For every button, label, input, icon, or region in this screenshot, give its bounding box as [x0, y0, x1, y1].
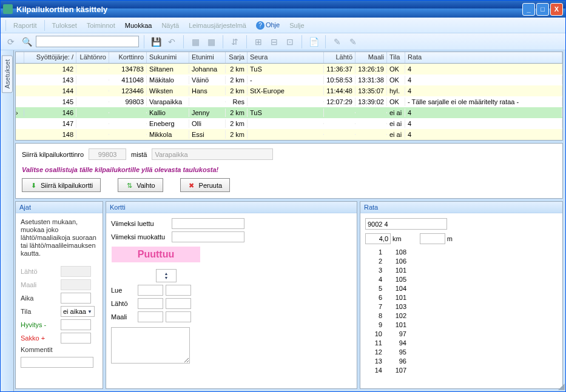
- kommentit-input[interactable]: [21, 357, 93, 368]
- grid-body[interactable]: 142134783SiltanenJohanna2 kmTuS11:36:371…: [16, 64, 562, 140]
- ajat-help: Asetusten mukaan, muokaa joko lähtö/maal…: [21, 218, 98, 257]
- col-etunimi[interactable]: Etunimi: [189, 52, 226, 63]
- rata-control: 8102: [365, 311, 558, 321]
- kortti-title: Kortti: [106, 202, 357, 213]
- lue-input-2[interactable]: [166, 285, 191, 296]
- menubar: Raportit Tulokset Toiminnot Muokkaa Näyt…: [1, 18, 565, 33]
- tool-2[interactable]: ▦: [204, 35, 218, 48]
- table-row[interactable]: 148MikkolaEssi2 kmei ai4: [16, 129, 562, 140]
- k-maali-2[interactable]: [166, 311, 191, 322]
- hyvitys-input[interactable]: [61, 319, 91, 330]
- table-row[interactable]: 147EnebergOlli2 kmei ai4: [16, 118, 562, 129]
- peruuta-button[interactable]: ✖Peruuta: [180, 178, 231, 192]
- search-input[interactable]: [36, 36, 139, 47]
- tool-3[interactable]: ⇵: [228, 35, 241, 48]
- tila-label: Tila: [21, 308, 58, 315]
- tool-4[interactable]: ⊞: [252, 35, 265, 48]
- sakko-label: Sakko +: [21, 334, 58, 342]
- spin-down-icon[interactable]: ▼: [164, 276, 169, 280]
- col-tila[interactable]: Tila: [387, 52, 405, 63]
- tool-1[interactable]: ▦: [189, 35, 202, 48]
- table-row[interactable]: 143411048MäkitaloVäinö2 km-10:58:5313:31…: [16, 75, 562, 85]
- save-icon[interactable]: 💾: [149, 35, 163, 48]
- results-grid: Syöttöjärje: / Lähtönro Korttinro Sukuni…: [15, 51, 563, 141]
- lahto-label: Lähtö: [21, 268, 58, 275]
- refresh-icon[interactable]: ⟳: [4, 35, 18, 48]
- undo-icon[interactable]: ↶: [165, 35, 178, 48]
- rata-control: 3101: [365, 266, 558, 275]
- k-maali-1[interactable]: [138, 311, 163, 322]
- k-lahto-1[interactable]: [138, 298, 163, 309]
- rata-control: 1396: [365, 357, 558, 366]
- col-sukunimi[interactable]: Sukunimi: [147, 52, 189, 63]
- table-row[interactable]: 142134783SiltanenJohanna2 kmTuS11:36:371…: [16, 64, 562, 75]
- transfer-mista: [152, 148, 273, 160]
- menu-sulje[interactable]: Sulje: [286, 20, 308, 31]
- transfer-msg: Valitse osallistuja tälle kilpailukortil…: [22, 166, 556, 173]
- menu-muokkaa[interactable]: Muokkaa: [121, 20, 156, 31]
- maximize-button[interactable]: □: [536, 3, 549, 16]
- rata-name-input[interactable]: [365, 218, 447, 230]
- vaihto-button[interactable]: ⇅Vaihto: [118, 178, 163, 192]
- rata-control: 5104: [365, 284, 558, 293]
- rata-control: 6101: [365, 293, 558, 302]
- search-icon[interactable]: 🔍: [20, 35, 33, 48]
- col-lahtonro[interactable]: Lähtönro: [76, 52, 109, 63]
- menu-tulokset[interactable]: Tulokset: [49, 20, 81, 31]
- lue-input-1[interactable]: [138, 285, 163, 296]
- lue-label: Lue: [111, 287, 135, 294]
- cancel-icon: ✖: [188, 182, 195, 189]
- kortti-panel: Kortti Viimeksi luettu Viimeksi muokattu…: [106, 201, 357, 389]
- col-seura[interactable]: Seura: [248, 52, 324, 63]
- aika-input[interactable]: [61, 293, 91, 304]
- menu-leimaus[interactable]: Leimausjärjestelmä: [185, 20, 250, 31]
- tool-5[interactable]: ⊟: [268, 35, 281, 48]
- spin-up-icon[interactable]: ▲: [164, 271, 169, 276]
- resize-grip-icon[interactable]: ◢: [558, 381, 565, 391]
- tool-8[interactable]: ✎: [331, 35, 344, 48]
- toolbar: ⟳ 🔍 💾 ↶ ▦ ▦ ⇵ ⊞ ⊟ ⊡ 📄 ✎ ✎: [1, 33, 565, 50]
- rata-control: 14107: [365, 366, 558, 375]
- menu-toiminnot[interactable]: Toiminnot: [83, 20, 119, 31]
- window-title: Kilpailukorttien käsittely: [16, 5, 522, 14]
- col-maali[interactable]: Maali: [355, 52, 387, 63]
- menu-nayta[interactable]: Näytä: [158, 20, 183, 31]
- menu-ohje[interactable]: ?Ohje: [252, 19, 283, 32]
- kommentit-label: Kommentit: [21, 346, 53, 353]
- rata-controls-list: 1108210631014105510461017103810291011097…: [365, 248, 558, 375]
- puuttuu-badge: Puuttuu: [111, 246, 201, 263]
- ajat-panel: Ajat Asetusten mukaan, muokaa joko lähtö…: [15, 201, 103, 389]
- tab-asetukset[interactable]: Asetukset: [2, 55, 13, 93]
- rata-control: 2106: [365, 257, 558, 266]
- col-syottojarj[interactable]: Syöttöjärje: /: [24, 52, 76, 63]
- siirra-button[interactable]: ⬇Siirrä kilpailukortti: [22, 178, 101, 192]
- tool-7[interactable]: 📄: [307, 35, 320, 48]
- col-sarja[interactable]: Sarja: [226, 52, 248, 63]
- col-korttinro[interactable]: Korttinro: [109, 52, 147, 63]
- k-lahto-2[interactable]: [166, 298, 191, 309]
- tool-9[interactable]: ✎: [346, 35, 360, 48]
- kortti-notes[interactable]: [111, 327, 190, 364]
- tila-select[interactable]: ei aikaa▼: [61, 306, 95, 317]
- muokattu-input[interactable]: [172, 231, 244, 242]
- table-row[interactable]: 144123446WikstenHans2 kmStX-Europe11:44:…: [16, 85, 562, 96]
- close-button[interactable]: X: [550, 3, 563, 16]
- transfer-nro: [89, 148, 126, 160]
- rata-m-input[interactable]: [420, 233, 445, 244]
- chevron-down-icon: ▼: [87, 309, 92, 314]
- maali-label: Maali: [21, 281, 58, 288]
- col-lahto[interactable]: Lähtö: [324, 52, 355, 63]
- help-icon: ?: [256, 21, 264, 30]
- col-rata[interactable]: Rata: [405, 52, 562, 63]
- rata-km-input[interactable]: [365, 233, 391, 244]
- spin-control[interactable]: ▲▼: [156, 269, 177, 282]
- swap-icon: ⇅: [126, 182, 133, 189]
- minimize-button[interactable]: _: [522, 3, 535, 16]
- table-row[interactable]: ›146KallioJenny2 kmTuSei ai4: [16, 107, 562, 118]
- tool-6[interactable]: ⊡: [283, 35, 297, 48]
- table-row[interactable]: 14599803VarapaikkaRes12:07:2913:39:02OK …: [16, 96, 562, 107]
- k-maali-label: Maali: [111, 313, 135, 321]
- menu-raportit[interactable]: Raportit: [10, 20, 41, 31]
- sakko-input[interactable]: [61, 333, 91, 344]
- luettu-input[interactable]: [172, 218, 244, 229]
